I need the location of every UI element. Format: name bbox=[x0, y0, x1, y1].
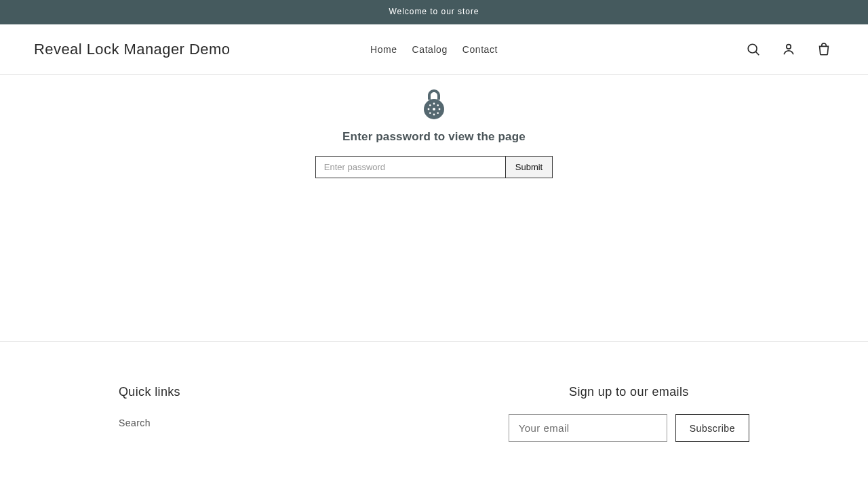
svg-point-4 bbox=[433, 108, 435, 110]
password-input[interactable] bbox=[315, 156, 505, 178]
svg-point-10 bbox=[437, 104, 439, 106]
svg-point-9 bbox=[429, 104, 431, 106]
main-nav: Home Catalog Contact bbox=[370, 44, 498, 55]
submit-button[interactable]: Submit bbox=[505, 156, 553, 178]
svg-point-6 bbox=[433, 114, 435, 116]
search-icon[interactable] bbox=[743, 39, 764, 60]
main-content: Enter password to view the page Submit bbox=[0, 75, 868, 178]
list-item: Search bbox=[119, 417, 180, 429]
nav-home[interactable]: Home bbox=[370, 44, 397, 55]
site-header: Reveal Lock Manager Demo Home Catalog Co… bbox=[0, 24, 868, 75]
svg-point-11 bbox=[429, 112, 431, 114]
footer-link-search[interactable]: Search bbox=[119, 418, 151, 428]
site-footer: Quick links Search Sign up to our emails… bbox=[0, 341, 868, 442]
header-icons bbox=[743, 39, 834, 60]
cart-icon[interactable] bbox=[814, 39, 834, 60]
signup-title: Sign up to our emails bbox=[509, 385, 749, 399]
svg-point-12 bbox=[437, 112, 439, 114]
password-form: Submit bbox=[315, 156, 553, 178]
svg-point-0 bbox=[748, 44, 757, 53]
signup-section: Sign up to our emails Subscribe bbox=[509, 385, 749, 442]
nav-contact[interactable]: Contact bbox=[462, 44, 498, 55]
svg-point-5 bbox=[433, 103, 435, 105]
account-icon[interactable] bbox=[778, 39, 799, 60]
quick-links-section: Quick links Search bbox=[119, 385, 180, 442]
svg-point-2 bbox=[787, 44, 791, 48]
svg-line-1 bbox=[755, 52, 759, 55]
signup-form: Subscribe bbox=[509, 414, 749, 442]
svg-point-7 bbox=[428, 108, 430, 110]
lock-title: Enter password to view the page bbox=[315, 130, 553, 144]
brand-title[interactable]: Reveal Lock Manager Demo bbox=[34, 41, 230, 58]
announcement-bar: Welcome to our store bbox=[0, 0, 868, 24]
lock-section: Enter password to view the page Submit bbox=[315, 88, 553, 178]
svg-point-8 bbox=[439, 108, 441, 110]
quick-links-title: Quick links bbox=[119, 385, 180, 399]
email-field[interactable] bbox=[509, 414, 667, 442]
nav-catalog[interactable]: Catalog bbox=[412, 44, 448, 55]
announcement-text: Welcome to our store bbox=[389, 7, 479, 16]
lock-icon bbox=[422, 111, 446, 123]
subscribe-button[interactable]: Subscribe bbox=[675, 414, 749, 442]
